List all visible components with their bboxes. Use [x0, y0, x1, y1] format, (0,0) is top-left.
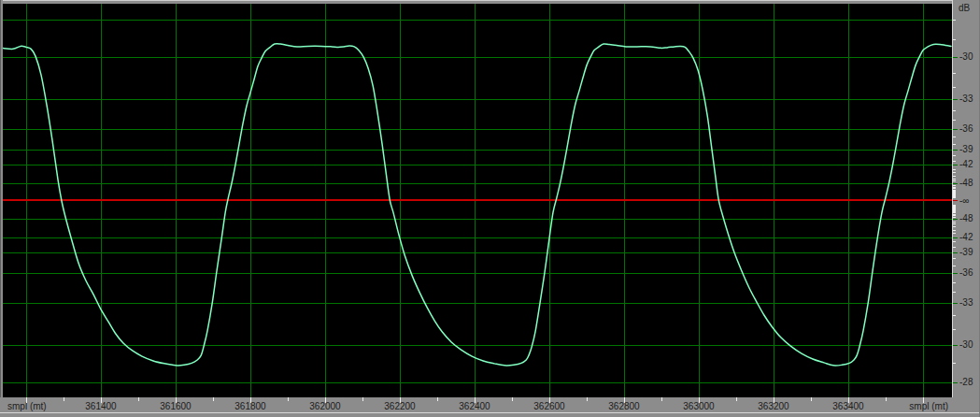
db-axis-tick: [953, 363, 956, 364]
db-axis-tick: [953, 137, 956, 137]
db-axis-tick: [953, 165, 958, 165]
db-axis-tick: [953, 247, 956, 248]
db-axis-tick: [953, 223, 956, 224]
db-axis-ruler[interactable]: dB -30-33-36-39-42-48-48-42-39-36-33-30-…: [952, 0, 980, 397]
db-tick-label: -36: [959, 124, 973, 134]
db-axis-tick: [953, 144, 956, 145]
db-axis-tick: [953, 200, 958, 201]
sample-axis-tick: [811, 397, 812, 401]
db-tick-label: -33: [959, 94, 973, 104]
db-axis-tick: [953, 211, 956, 212]
sample-axis-tick: [138, 397, 139, 401]
db-axis-tick: [953, 208, 956, 208]
sample-axis-tick: [736, 397, 737, 401]
db-axis-tick: [953, 303, 958, 304]
sample-tick-label: 362200: [384, 401, 415, 411]
db-axis-tick: [953, 87, 956, 88]
db-axis-tick: [953, 150, 958, 151]
db-axis-tick: [953, 382, 958, 383]
sample-axis-tick: [362, 397, 363, 401]
db-axis-tick: [953, 176, 956, 177]
db-axis-tick: [953, 73, 956, 74]
db-axis-tick: [953, 110, 956, 111]
db-axis-tick: [953, 230, 956, 231]
db-tick-label: -42: [959, 160, 973, 169]
db-tick-label: -48: [959, 179, 973, 188]
db-axis-tick: [953, 207, 956, 208]
db-axis-tick: [953, 180, 956, 181]
db-tick-label: -30: [959, 340, 973, 350]
db-axis-tick: [953, 214, 956, 215]
sample-axis-tick: [213, 397, 214, 401]
db-axis-tick: [953, 179, 956, 180]
waveform-window: dB -30-33-36-39-42-48-48-42-39-36-33-30-…: [0, 0, 980, 417]
db-axis-tick: [953, 273, 958, 274]
db-axis-tick: [953, 205, 956, 206]
sample-axis-tick: [64, 397, 64, 401]
sample-tick-label: 361600: [160, 401, 191, 411]
db-axis-tick: [953, 215, 956, 216]
sample-axis-tick: [26, 397, 27, 403]
db-axis-tick: [953, 266, 956, 266]
sample-axis-tick: [587, 397, 588, 401]
db-axis-tick: [953, 197, 956, 198]
db-axis-tick: [953, 188, 956, 189]
db-axis-tick: [953, 252, 958, 253]
db-axis-tick: [953, 39, 956, 40]
db-axis-tick: [953, 169, 956, 170]
db-axis-tick: [953, 345, 958, 346]
db-axis-tick: [953, 161, 956, 162]
db-tick-label: -48: [959, 214, 973, 223]
db-axis-tick: [953, 206, 956, 207]
db-axis-tick: [953, 210, 956, 211]
waveform-plot-canvas[interactable]: [3, 4, 952, 397]
sample-tick-label: 361400: [85, 401, 116, 411]
db-tick-label: -36: [959, 268, 973, 278]
db-axis-tick: [953, 20, 956, 21]
db-tick-label: -∞: [959, 196, 969, 206]
db-axis-tick: [953, 208, 956, 209]
sample-tick-label: 362600: [533, 401, 564, 411]
db-axis-tick: [953, 241, 956, 242]
db-axis-tick: [953, 282, 956, 283]
sample-tick-label: 362000: [309, 401, 340, 411]
db-axis-tick: [953, 183, 958, 184]
db-axis-tick: [953, 219, 958, 220]
sample-tick-label: 363400: [832, 401, 863, 411]
db-axis-tick: [953, 315, 956, 316]
db-tick-label: -39: [959, 248, 973, 257]
sample-tick-label: 363200: [758, 401, 788, 411]
db-tick-label: -30: [959, 52, 973, 62]
db-axis-tick: [953, 155, 956, 156]
window-bottom-border: [0, 412, 980, 413]
db-tick-label: -42: [959, 233, 973, 242]
db-axis-tick: [953, 99, 958, 100]
db-axis-tick: [953, 258, 956, 259]
db-axis-tick: [953, 172, 956, 173]
db-axis-tick: [953, 185, 956, 186]
db-axis-tick: [953, 233, 956, 234]
sample-tick-label: 362800: [608, 401, 639, 411]
sample-axis-caption-right: smpl (mt): [909, 401, 948, 411]
db-tick-label: -28: [959, 378, 973, 387]
sample-axis-tick: [661, 397, 662, 401]
sample-axis-tick: [512, 397, 513, 401]
db-axis-tick: [953, 209, 956, 210]
db-tick-label: -39: [959, 145, 973, 154]
db-axis-tick: [953, 217, 956, 218]
sample-tick-label: 363000: [683, 401, 714, 411]
sample-axis-ruler[interactable]: smpl (mt) smpl (mt) 36140036160036180036…: [0, 397, 980, 417]
db-axis-tick: [953, 292, 956, 293]
sample-axis-tick: [437, 397, 438, 401]
sample-tick-label: 361800: [234, 401, 265, 411]
sample-axis-tick: [886, 397, 887, 401]
db-axis-unit-label: dB: [959, 4, 970, 13]
db-axis-tick: [953, 212, 956, 213]
sample-tick-label: 362400: [459, 401, 490, 411]
db-axis-tick: [953, 226, 956, 227]
db-axis-tick: [953, 237, 958, 238]
db-axis-tick: [953, 129, 958, 130]
db-tick-label: -33: [959, 298, 973, 308]
db-axis-tick: [953, 222, 956, 223]
db-axis-tick: [953, 120, 956, 121]
